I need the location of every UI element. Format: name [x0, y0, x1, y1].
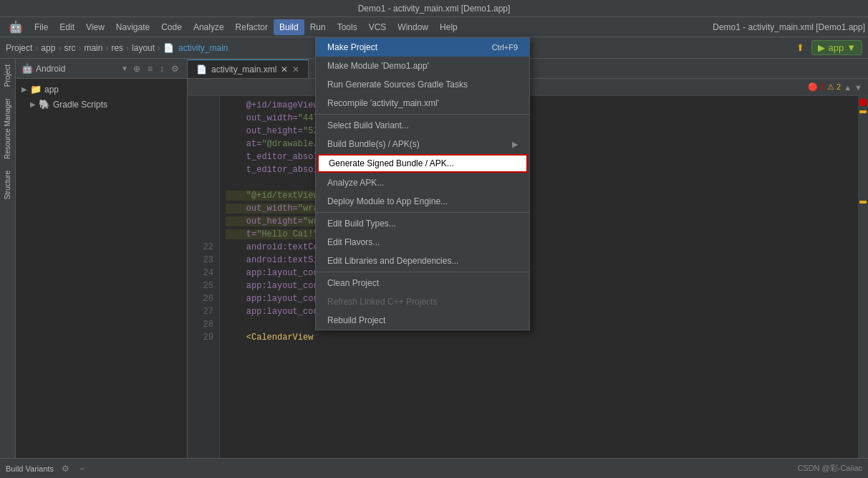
structure-tab[interactable]: Structure	[2, 168, 13, 203]
deploy-module-label: Deploy Module to App Engine...	[327, 196, 448, 206]
tree-item-gradle-label: Gradle Scripts	[53, 100, 107, 110]
menu-bar: 🤖 File Edit View Navigate Code Analyze R…	[0, 17, 868, 37]
menu-analyze[interactable]: Analyze	[188, 19, 230, 35]
collapse-button[interactable]: ↕	[158, 62, 166, 75]
menu-deploy-module[interactable]: Deploy Module to App Engine...	[316, 192, 529, 211]
menu-select-variant[interactable]: Select Build Variant...	[316, 116, 529, 135]
breadcrumb-layout[interactable]: layout	[132, 43, 155, 53]
project-tree: ▶ 📁 app ▶ 🐘 Gradle Scripts	[16, 79, 187, 478]
close-button[interactable]: ✕	[292, 64, 299, 75]
select-variant-label: Select Build Variant...	[327, 120, 409, 130]
bottom-minus-button[interactable]: −	[77, 462, 87, 475]
menu-vcs[interactable]: VCS	[363, 19, 392, 35]
folder-icon: 📁	[30, 84, 42, 95]
make-module-label: Make Module 'Demo1.app'	[327, 61, 429, 71]
submenu-arrow-icon: ▶	[512, 140, 518, 149]
menu-view[interactable]: View	[80, 19, 110, 35]
build-menu: Make Project Ctrl+F9 Make Module 'Demo1.…	[315, 37, 530, 330]
expand-icon: ▼	[121, 64, 128, 72]
bottom-gear-button[interactable]: ⚙	[59, 462, 72, 475]
menu-make-project[interactable]: Make Project Ctrl+F9	[316, 38, 529, 57]
edit-build-types-label: Edit Build Types...	[327, 219, 396, 229]
build-variants-label[interactable]: Build Variants	[6, 464, 54, 473]
navigate-back-button[interactable]: ⬆	[792, 41, 809, 54]
right-gutter	[858, 96, 868, 464]
make-project-shortcut: Ctrl+F9	[492, 43, 518, 52]
menu-edit[interactable]: Edit	[54, 19, 80, 35]
recompile-label: Recompile 'activity_main.xml'	[327, 98, 439, 108]
menu-android-logo[interactable]: 🤖	[3, 17, 29, 37]
up-arrow[interactable]: ▲	[844, 83, 852, 92]
sync-button[interactable]: ≡	[145, 62, 155, 75]
menu-code[interactable]: Code	[155, 19, 188, 35]
run-generate-label: Run Generate Sources Gradle Tasks	[327, 80, 468, 90]
project-panel: 🤖 Android ▼ ⊕ ≡ ↕ ⚙ ▶ 📁 app ▶ 🐘 Gradle S…	[16, 59, 188, 478]
make-project-label: Make Project	[327, 42, 377, 52]
tree-item-app[interactable]: ▶ 📁 app	[16, 82, 187, 97]
build-menu-overlay: Make Project Ctrl+F9 Make Module 'Demo1.…	[315, 37, 530, 330]
tab-close-icon: ✕	[281, 64, 288, 75]
menu-edit-build-types[interactable]: Edit Build Types...	[316, 214, 529, 233]
breadcrumb-src[interactable]: src	[64, 43, 75, 53]
add-button[interactable]: ⊕	[131, 62, 143, 75]
menu-generate-signed[interactable]: Generate Signed Bundle / APK...	[317, 154, 528, 173]
menu-refresh-cpp: Refresh Linked C++ Projects	[316, 292, 529, 311]
menu-build[interactable]: Build	[274, 19, 304, 35]
tree-item-label: app	[44, 85, 59, 95]
android-icon: 🤖	[21, 63, 33, 74]
menu-recompile[interactable]: Recompile 'activity_main.xml'	[316, 94, 529, 113]
edit-libraries-label: Edit Libraries and Dependencies...	[327, 256, 458, 266]
menu-tools[interactable]: Tools	[332, 19, 363, 35]
android-icon: ▶	[818, 42, 825, 53]
menu-run[interactable]: Run	[304, 19, 332, 35]
menu-build-bundles[interactable]: Build Bundle(s) / APK(s) ▶	[316, 135, 529, 153]
generate-signed-label: Generate Signed Bundle / APK...	[329, 158, 454, 168]
title-bar-text: Demo1 - activity_main.xml [Demo1.app]	[358, 4, 511, 14]
menu-run-generate[interactable]: Run Generate Sources Gradle Tasks	[316, 75, 529, 94]
xml-file-icon: 📄	[196, 64, 207, 75]
menu-file[interactable]: File	[29, 19, 54, 35]
error-marker	[859, 99, 867, 106]
app-dropdown-button[interactable]: ▶ app ▼	[811, 40, 862, 55]
rebuild-project-label: Rebuild Project	[327, 315, 385, 325]
menu-edit-flavors[interactable]: Edit Flavors...	[316, 233, 529, 252]
menu-help[interactable]: Help	[434, 19, 463, 35]
analyze-apk-label: Analyze APK...	[327, 178, 384, 188]
divider-2	[316, 212, 529, 213]
breadcrumb-main[interactable]: main	[84, 43, 102, 53]
menu-clean-project[interactable]: Clean Project	[316, 274, 529, 292]
line-numbers: 22 23 24 25 26 27 28 29	[188, 96, 220, 464]
menu-rebuild-project[interactable]: Rebuild Project	[316, 311, 529, 330]
menu-refactor[interactable]: Refactor	[230, 19, 274, 35]
title-bar: Demo1 - activity_main.xml [Demo1.app]	[0, 0, 868, 17]
divider-1	[316, 114, 529, 115]
tab-label: activity_main.xml	[211, 64, 276, 75]
menu-make-module[interactable]: Make Module 'Demo1.app'	[316, 57, 529, 75]
warn-count: ⚠ 2	[827, 82, 841, 92]
down-arrow[interactable]: ▼	[854, 83, 862, 92]
refresh-cpp-label: Refresh Linked C++ Projects	[327, 297, 437, 307]
settings-button[interactable]: ⚙	[169, 62, 181, 75]
breadcrumb-project[interactable]: Project	[6, 43, 32, 53]
menu-analyze-apk[interactable]: Analyze APK...	[316, 173, 529, 192]
breadcrumb-app[interactable]: app	[41, 43, 55, 53]
menu-window[interactable]: Window	[392, 19, 434, 35]
chevron-down-icon: ▼	[847, 42, 856, 53]
divider-3	[316, 272, 529, 272]
resource-manager-tab[interactable]: Resource Manager	[2, 95, 13, 162]
tree-item-gradle[interactable]: ▶ 🐘 Gradle Scripts	[16, 97, 187, 112]
csdn-credit: CSDN @彩-Caiiac	[797, 463, 862, 474]
breadcrumb-activity-main[interactable]: activity_main	[178, 43, 228, 53]
expand-arrow-gradle: ▶	[30, 100, 36, 108]
expand-arrow: ▶	[21, 85, 27, 93]
clean-project-label: Clean Project	[327, 278, 379, 288]
menu-navigate[interactable]: Navigate	[110, 19, 155, 35]
tab-activity-main[interactable]: 📄 activity_main.xml ✕ ✕	[188, 59, 309, 78]
title-text: Demo1 - activity_main.xml [Demo1.app]	[713, 22, 865, 32]
breadcrumb-res[interactable]: res	[111, 43, 123, 53]
left-strip: Project Resource Manager Structure	[0, 59, 16, 478]
project-tab[interactable]: Project	[2, 62, 13, 90]
warning-marker-2	[859, 201, 867, 204]
menu-edit-libraries[interactable]: Edit Libraries and Dependencies...	[316, 252, 529, 270]
edit-flavors-label: Edit Flavors...	[327, 237, 380, 247]
